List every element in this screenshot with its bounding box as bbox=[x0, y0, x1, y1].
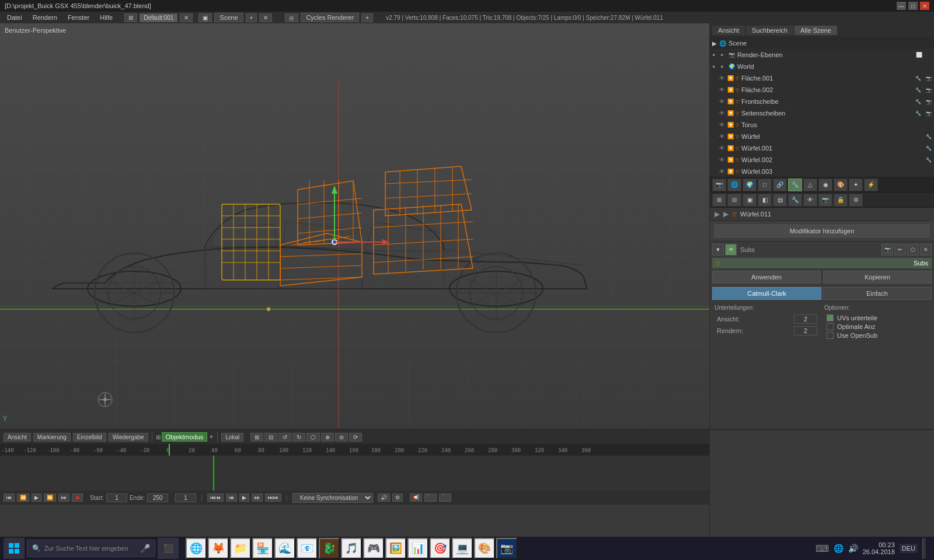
prop-icon-2-2[interactable]: ⊟ bbox=[727, 194, 741, 206]
app-music[interactable]: 🎵 bbox=[341, 538, 362, 559]
prop-icon-2-4[interactable]: ◧ bbox=[758, 194, 772, 206]
tl-icon-7[interactable]: ⊖ bbox=[335, 433, 348, 442]
copy-button[interactable]: Kopieren bbox=[823, 271, 932, 284]
start-input[interactable] bbox=[106, 494, 127, 502]
task-view-button[interactable]: ⬛ bbox=[158, 538, 179, 559]
outliner-area[interactable]: ● ● 📷 Render-Ebenen ⬜ ● ● 🌍 World 👁 🔽 ▽ … bbox=[710, 49, 934, 177]
play-btn[interactable]: ▶ bbox=[32, 494, 41, 502]
prop-icon-particles[interactable]: ✦ bbox=[849, 178, 863, 191]
opensubdiv-checkbox[interactable] bbox=[827, 332, 834, 339]
app-calc[interactable]: 📊 bbox=[407, 538, 428, 559]
misc-btn-1[interactable]: 📢 bbox=[410, 494, 422, 502]
prop-icon-2-8[interactable]: 📷 bbox=[818, 194, 832, 206]
renderer-icon[interactable]: ◎ bbox=[285, 13, 298, 22]
view-icon-btn[interactable]: ⊞ bbox=[124, 13, 137, 22]
maximize-button[interactable]: □ bbox=[908, 2, 918, 10]
mod-ctrl-down[interactable]: ▼ bbox=[712, 244, 724, 256]
prop-icon-modifiers[interactable]: 🔧 bbox=[788, 178, 802, 191]
prop-icon-2-10[interactable]: ⚙ bbox=[849, 194, 863, 206]
app-paint[interactable]: 🎨 bbox=[474, 538, 495, 559]
mod-ctrl-eye[interactable]: 👁 bbox=[725, 244, 737, 256]
renderer-dropdown[interactable]: Cycles Renderer bbox=[301, 13, 359, 22]
playback-ctrl-3[interactable]: ▶ bbox=[239, 494, 249, 502]
outliner-frontscheibe[interactable]: 👁 🔽 ▽ Frontscheibe 🔧 📷 bbox=[710, 96, 934, 107]
tl-icon-8[interactable]: ⟳ bbox=[349, 433, 362, 442]
prop-icon-render[interactable]: 📷 bbox=[712, 178, 726, 191]
scene-close-btn[interactable]: ✕ bbox=[259, 13, 272, 22]
prop-icon-2-5[interactable]: ▤ bbox=[773, 194, 787, 206]
app-blender[interactable]: 🐉 bbox=[319, 538, 340, 559]
tl-icon-6[interactable]: ⊕ bbox=[321, 433, 334, 442]
prop-icon-material[interactable]: ◉ bbox=[818, 178, 832, 191]
outliner-wurfel-002[interactable]: 👁 🔽 ▽ Würfel.002 🔧 bbox=[710, 154, 934, 166]
menu-fenster[interactable]: Fenster bbox=[63, 13, 94, 22]
close-button[interactable]: ✕ bbox=[920, 2, 929, 10]
tl-einzelbild[interactable]: Einzelbild bbox=[73, 433, 106, 442]
play-start-btn[interactable]: ⏮ bbox=[4, 494, 15, 502]
tl-lokal[interactable]: Lokal bbox=[221, 433, 243, 442]
prop-icon-2-1[interactable]: ⊞ bbox=[712, 194, 726, 206]
app-photos[interactable]: 🖼️ bbox=[385, 538, 406, 559]
mod-ctrl-x[interactable]: ✕ bbox=[920, 244, 932, 256]
prop-icon-2-9[interactable]: 🔒 bbox=[834, 194, 848, 206]
mode-arrow[interactable]: ▼ bbox=[208, 434, 214, 440]
prop-icon-2-7[interactable]: 👁 bbox=[803, 194, 817, 206]
tab-einfach[interactable]: Einfach bbox=[823, 287, 932, 300]
outliner-tab-alle[interactable]: Alle Szene bbox=[794, 26, 837, 35]
playback-ctrl-1[interactable]: ⏮⏮ bbox=[207, 494, 224, 502]
ansicht-value[interactable]: 2 bbox=[794, 314, 817, 324]
menu-hilfe[interactable]: Hilfe bbox=[95, 13, 117, 22]
tl-icon-3[interactable]: ↺ bbox=[278, 433, 291, 442]
outliner-render-ebenen[interactable]: ● ● 📷 Render-Ebenen ⬜ bbox=[710, 49, 934, 61]
prop-icon-physics[interactable]: ⚡ bbox=[864, 178, 878, 191]
playback-ctrl-5[interactable]: ⏭⏭ bbox=[265, 494, 281, 502]
tab-catmull-clark[interactable]: Catmull-Clark bbox=[712, 287, 821, 300]
search-bar[interactable]: 🔍 Zur Suche Text hier eingeben 🎤 bbox=[27, 540, 155, 557]
playback-ctrl-2[interactable]: ⏮ bbox=[226, 494, 237, 502]
3d-viewport[interactable]: Benutzer-Perspektive bbox=[0, 23, 709, 429]
tl-icon-1[interactable]: ⊞ bbox=[250, 433, 263, 442]
app-target[interactable]: 🎯 bbox=[430, 538, 451, 559]
record-btn[interactable]: ⏺ bbox=[72, 494, 83, 502]
tl-markierung[interactable]: Markierung bbox=[33, 433, 71, 442]
prop-icon-world[interactable]: 🌍 bbox=[743, 178, 757, 191]
sync-dropdown[interactable]: Keine Synchronisation bbox=[292, 493, 373, 503]
play-prev-btn[interactable]: ⏪ bbox=[17, 494, 29, 502]
sync-btn-1[interactable]: 🔊 bbox=[378, 494, 390, 502]
view-close-btn[interactable]: ✕ bbox=[180, 13, 193, 22]
play-end-btn[interactable]: ⏭ bbox=[58, 494, 69, 502]
app-ie[interactable]: 🌐 bbox=[186, 538, 207, 559]
playback-ctrl-4[interactable]: ⏭ bbox=[252, 494, 263, 502]
app-pc[interactable]: 💻 bbox=[452, 538, 473, 559]
app-game[interactable]: 🎮 bbox=[363, 538, 384, 559]
misc-btn-2[interactable]: ⬛ bbox=[424, 494, 437, 502]
timeline-track[interactable] bbox=[0, 456, 709, 491]
app-explorer[interactable]: 📁 bbox=[230, 538, 251, 559]
minimize-button[interactable]: — bbox=[897, 2, 906, 10]
tray-icon-2[interactable]: 🌐 bbox=[834, 544, 844, 553]
outliner-seitenscheiben[interactable]: 👁 🔽 ▽ Seitenscheiben 🔧 📷 bbox=[710, 107, 934, 119]
tl-ansicht[interactable]: Ansicht bbox=[4, 433, 31, 442]
outliner-flache-002[interactable]: 👁 🔽 ▽ Fläche.002 🔧 📷 bbox=[710, 84, 934, 96]
misc-btn-3[interactable]: ⬛ bbox=[439, 494, 451, 502]
prop-icon-texture[interactable]: 🎨 bbox=[834, 178, 848, 191]
app-store[interactable]: 🏪 bbox=[252, 538, 273, 559]
tray-icon-3[interactable]: 🔊 bbox=[848, 544, 858, 553]
tl-icon-4[interactable]: ↻ bbox=[292, 433, 305, 442]
current-frame-input[interactable] bbox=[175, 494, 196, 502]
mode-dropdown[interactable]: Objektmodus bbox=[162, 432, 208, 442]
prop-icon-scene[interactable]: 🌐 bbox=[727, 178, 741, 191]
prop-icon-2-6[interactable]: 🔧 bbox=[788, 194, 802, 206]
scene-icon[interactable]: ▣ bbox=[198, 13, 212, 22]
apply-button[interactable]: Anwenden bbox=[712, 271, 821, 284]
prop-icon-constraints[interactable]: 🔗 bbox=[773, 178, 787, 191]
outliner-tab-ansicht[interactable]: Ansicht bbox=[712, 26, 745, 35]
outliner-torus[interactable]: 👁 🔽 ▽ Torus bbox=[710, 119, 934, 131]
mod-ctrl-cage[interactable]: ⬡ bbox=[907, 244, 919, 256]
prop-icon-data[interactable]: △ bbox=[803, 178, 817, 191]
tl-icon-5[interactable]: ⬡ bbox=[306, 433, 320, 442]
rendern-value[interactable]: 2 bbox=[794, 326, 817, 335]
app-edge[interactable]: 🌊 bbox=[274, 538, 295, 559]
outliner-flache-001[interactable]: 👁 🔽 ▽ Fläche.001 🔧 📷 bbox=[710, 72, 934, 84]
play-next-btn[interactable]: ⏩ bbox=[44, 494, 56, 502]
